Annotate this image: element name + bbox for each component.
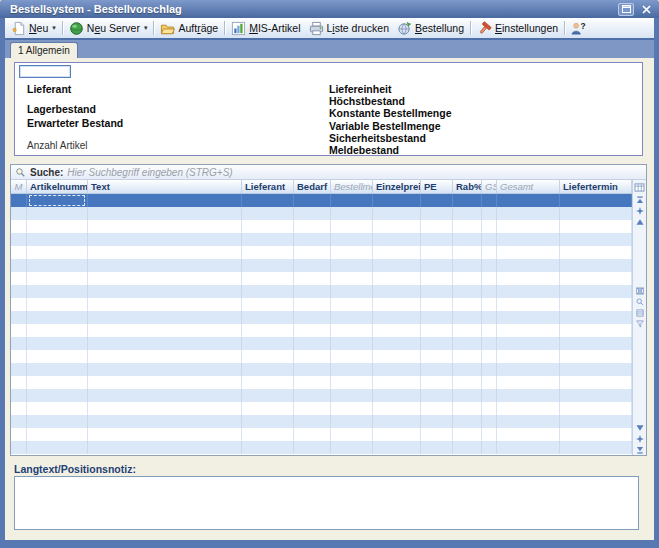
form-input[interactable] [19,65,71,78]
table-cell [482,324,497,337]
toolbar-button-auftraege[interactable]: Aufträge [156,20,222,37]
table-cell [242,259,294,272]
chevron-down-icon[interactable]: ▾ [144,24,148,32]
table-cell [497,402,560,415]
table-cell [11,246,27,259]
table-cell [294,350,331,363]
table-row[interactable] [11,194,632,207]
table-cell [373,415,421,428]
column-header-rab-[interactable]: Rab% [453,180,482,193]
column-header-bestellmenge[interactable]: Bestellmenge [331,180,373,193]
table-row[interactable] [11,337,632,350]
table-cell [294,337,331,350]
table-cell [453,389,482,402]
scroll-up-icon[interactable] [636,216,644,227]
chevron-down-icon[interactable]: ▾ [52,24,56,32]
table-cell [453,272,482,285]
table-cell [27,194,88,207]
table-cell [560,311,632,324]
table-cell [331,428,373,441]
column-header-einzelpreis[interactable]: Einzelpreis [373,180,421,193]
table-cell [294,233,331,246]
table-cell [294,363,331,376]
scroll-page-up-icon[interactable] [636,205,644,216]
toolbar-button-mis-artikel[interactable]: MIS-Artikel [227,20,304,37]
columns-icon[interactable] [636,285,644,296]
table-row[interactable] [11,233,632,246]
table-row[interactable] [11,415,632,428]
table-row[interactable] [11,441,632,454]
table-row[interactable] [11,376,632,389]
table-cell [294,272,331,285]
toolbar-button-neu-server[interactable]: Neu Server▾ [65,20,152,37]
table-row[interactable] [11,311,632,324]
scroll-down-icon[interactable] [636,422,644,433]
window-title: Bestellsystem - Bestellvorschlag [10,3,618,15]
orders-folder-icon [160,21,175,36]
table-cell [11,415,27,428]
table-cell [373,376,421,389]
table-cell [421,376,453,389]
column-header-pe[interactable]: PE [421,180,453,193]
table-row[interactable] [11,207,632,220]
column-header-bedarf[interactable]: Bedarf [294,180,331,193]
rows-icon[interactable] [636,307,644,318]
filter-icon[interactable] [636,318,644,329]
table-cell [497,233,560,246]
table-cell [331,194,373,207]
table-row[interactable] [11,363,632,376]
column-header-gesamt[interactable]: Gesamt [497,180,560,193]
column-header-liefertermin[interactable]: Liefertermin [560,180,632,193]
table-row[interactable] [11,428,632,441]
form-label: Variable Bestellmenge [329,120,440,132]
table-cell [88,311,242,324]
toolbar-button-neu[interactable]: Neu▾ [7,20,60,37]
table-cell [560,194,632,207]
toolbar-separator [224,21,225,35]
table-row[interactable] [11,246,632,259]
table-row[interactable] [11,285,632,298]
table-row[interactable] [11,324,632,337]
toolbar-button-bestellung[interactable]: Bestellung [393,20,468,37]
table-row[interactable] [11,350,632,363]
table-cell [560,324,632,337]
table-cell [88,363,242,376]
scroll-page-down-icon[interactable] [636,433,644,444]
table-cell [27,311,88,324]
magnifier-icon[interactable] [636,296,644,307]
table-cell [560,428,632,441]
table-row[interactable] [11,220,632,233]
column-header-gs[interactable]: GS [482,180,497,193]
table-cell [560,233,632,246]
table-cell [453,337,482,350]
table-cell [497,363,560,376]
langtext-textarea[interactable] [14,476,639,530]
table-cell [27,272,88,285]
table-row[interactable] [11,402,632,415]
column-header-artikelnummer[interactable]: Artikelnummer [27,180,88,193]
scroll-last-icon[interactable] [636,444,644,455]
form-label: Lieferant [27,83,71,95]
column-chooser-icon[interactable] [634,180,645,194]
table-row[interactable] [11,389,632,402]
toolbar-button-hilfe[interactable]: ? [567,20,590,37]
table-row[interactable] [11,272,632,285]
scroll-first-icon[interactable] [636,194,644,205]
restore-icon[interactable] [618,3,634,16]
search-bar[interactable]: Suche: Hier Suchbegriff eingeben (STRG+S… [11,165,646,180]
table-row[interactable] [11,298,632,311]
table-cell [331,246,373,259]
column-header-m[interactable]: M [11,180,27,193]
table-row[interactable] [11,259,632,272]
column-header-text[interactable]: Text [88,180,242,193]
close-icon[interactable] [639,3,653,16]
table-cell [294,298,331,311]
form-label: Höchstbestand [329,95,405,107]
column-header-lieferant[interactable]: Lieferant [242,180,294,193]
table-cell [560,220,632,233]
search-icon [15,167,26,178]
toolbar-button-einstellungen[interactable]: Einstellungen [473,20,562,37]
toolbar-button-liste-drucken[interactable]: Liste drucken [305,20,393,37]
tab-allgemein[interactable]: 1 Allgemein [10,42,78,58]
table-cell [497,311,560,324]
